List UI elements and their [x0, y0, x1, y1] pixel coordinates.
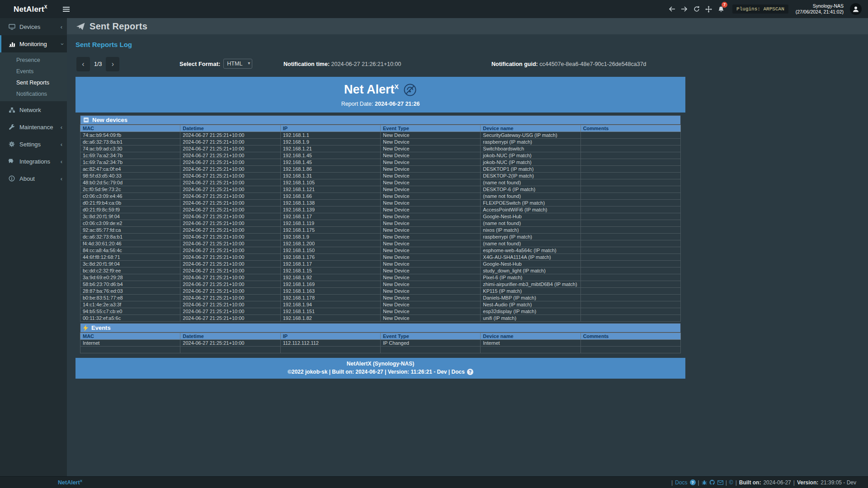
user-avatar[interactable] [850, 3, 862, 15]
sidebar-item-network[interactable]: Network [0, 101, 67, 118]
sidebar: Devices ‹ Monitoring ‹ Presence Events S… [0, 18, 67, 476]
plugins-badge[interactable]: Plugins: ARPSCAN [732, 5, 788, 14]
chevron-left-icon: ‹ [61, 141, 62, 147]
cell: 2024-06-27 21:25:21+10:00 [180, 227, 280, 234]
mac-cell[interactable]: dc:a6:32:73:8a:b1 [80, 234, 180, 240]
footer-docs-link[interactable]: Docs [675, 479, 687, 486]
table-header-row: MAC Datetime IP Event Type Device name C… [80, 333, 681, 340]
help-icon[interactable]: ? [690, 479, 696, 485]
mac-cell[interactable]: 48:b0:2d:5c:79:0d [80, 179, 180, 186]
table-row: Internet2024-06-27 21:25:21+10:00112.112… [80, 340, 681, 347]
mac-cell[interactable]: ac:82:47:ca:0f:e4 [80, 166, 180, 173]
mac-cell[interactable]: d0:21:f9:b4:ca:0b [80, 200, 180, 206]
separator: | [793, 479, 795, 486]
cell: Internet [481, 340, 580, 347]
mac-cell[interactable]: f4:4d:30:61:20:46 [80, 240, 180, 247]
mac-cell[interactable]: b0:be:83:51:77:e8 [80, 295, 180, 301]
refresh-icon[interactable] [690, 0, 703, 18]
sidebar-subitem-events[interactable]: Events [0, 66, 67, 77]
sidebar-item-settings[interactable]: Settings ‹ [0, 136, 67, 153]
cell: 2024-06-27 21:25:21+10:00 [180, 159, 280, 166]
cell [580, 315, 680, 322]
col-ip: IP [280, 333, 380, 340]
cell: 2024-06-27 21:25:21+10:00 [180, 274, 280, 281]
page-title: Sent Reports [90, 21, 147, 32]
mac-cell[interactable]: 3a:9d:69:e0:29:28 [80, 274, 180, 281]
report-footer-credits: ©2022 jokob-sk | Built on: 2024-06-27 | … [288, 369, 465, 375]
sent-reports-log-link[interactable]: Sent Reports Log [75, 41, 132, 48]
cell: 2024-06-27 21:25:21+10:00 [180, 152, 280, 159]
cell: (name not found) [481, 179, 580, 186]
version-label: Version: [797, 479, 818, 486]
notification-time: Notification time: 2024-06-27 21:26:21+1… [283, 61, 401, 67]
cell: 192.168.1.176 [280, 254, 380, 261]
mac-cell[interactable]: 94:b5:55:c7:cb:e0 [80, 308, 180, 315]
github-icon[interactable] [709, 479, 715, 485]
cell [580, 206, 680, 213]
mac-cell[interactable]: 58:b6:23:70:d6:b4 [80, 281, 180, 288]
table-row: 1c:69:7a:a2:34:7b2024-06-27 21:25:21+10:… [80, 159, 681, 166]
mac-cell[interactable]: 3c:8d:20:f1:9f:04 [80, 213, 180, 220]
mac-cell[interactable]: c0:06:c3:09:e4:46 [80, 193, 180, 200]
mac-cell[interactable]: dc:a6:32:73:8a:b1 [80, 139, 180, 145]
back-arrow-icon[interactable] [666, 0, 678, 18]
mac-cell[interactable]: 74:ac:b9:ad:c3:30 [80, 145, 180, 152]
page-header: Sent Reports [67, 18, 868, 34]
sidebar-toggle-button[interactable] [57, 0, 75, 18]
bug-icon[interactable] [702, 480, 707, 485]
forward-arrow-icon[interactable] [678, 0, 690, 18]
sidebar-subitem-notifications[interactable]: Notifications [0, 88, 67, 99]
mail-icon[interactable] [717, 480, 723, 485]
mac-cell[interactable]: d0:21:f9:8c:59:f9 [80, 206, 180, 213]
mac-cell[interactable]: 28:87:ba:76:ed:03 [80, 288, 180, 295]
mac-cell[interactable]: 00:11:32:ef:a5:6c [80, 315, 180, 322]
report-body: New devices MAC Datetime IP Event Type D… [75, 113, 685, 353]
cell: 192.168.1.169 [280, 281, 380, 288]
mac-cell[interactable]: 92:ac:85:77:fd:ca [80, 227, 180, 234]
col-mac: MAC [80, 333, 180, 340]
events-section-header: Events [80, 323, 681, 333]
mac-cell[interactable]: 2c:f0:5d:9e:73:2c [80, 186, 180, 193]
sidebar-item-about[interactable]: About ‹ [0, 170, 67, 187]
sidebar-item-devices[interactable]: Devices ‹ [0, 18, 67, 35]
mac-cell[interactable]: 74:ac:b9:54:09:fb [80, 132, 180, 139]
table-row: b0:be:83:51:77:e82024-06-27 21:25:21+10:… [80, 295, 681, 301]
app-logo[interactable]: NetAlertX [0, 5, 57, 14]
notifications-bell-icon[interactable]: 7 [715, 0, 727, 18]
host-time: (27/06/2024, 21:41:02) [796, 9, 844, 15]
mac-cell[interactable]: 14:c1:4e:2e:a3:3f [80, 301, 180, 308]
format-select[interactable]: HTML [223, 59, 252, 69]
mac-cell[interactable]: 1c:69:7a:a2:34:7b [80, 159, 180, 166]
next-page-button[interactable]: › [106, 57, 119, 71]
cell [580, 240, 680, 247]
mac-cell[interactable]: bc:dd:c2:32:f9:ee [80, 267, 180, 274]
prev-page-button[interactable]: ‹ [76, 57, 90, 71]
report-header: Net AlertX Report Date: 2024-06-27 21:26 [75, 77, 685, 113]
cell: (name not found) [481, 220, 580, 227]
sidebar-subitem-presence[interactable]: Presence [0, 54, 67, 66]
copyright-icon[interactable]: © [729, 479, 733, 486]
footer-brand[interactable]: NetAlertX [58, 479, 82, 486]
move-icon[interactable] [703, 0, 715, 18]
sidebar-item-monitoring[interactable]: Monitoring ‹ [0, 35, 67, 52]
sidebar-subitem-sent-reports[interactable]: Sent Reports [0, 77, 67, 88]
mac-cell[interactable]: 3c:8d:20:f1:9f:04 [80, 261, 180, 267]
mac-cell[interactable]: c0:06:c3:09:de:e2 [80, 220, 180, 227]
cell: esphome-web-4a564c (IP match) [481, 247, 580, 254]
docs-help-icon[interactable]: ? [467, 369, 473, 375]
mac-cell[interactable]: 98:5f:d3:d5:40:33 [80, 173, 180, 179]
cell: New Device [380, 200, 480, 206]
cell [580, 186, 680, 193]
mac-cell[interactable]: 44:6f:f8:12:68:71 [80, 254, 180, 261]
sidebar-item-label: Settings [19, 141, 41, 148]
mac-cell[interactable]: 1c:69:7a:a2:34:7b [80, 152, 180, 159]
cell: 192.168.1.105 [280, 179, 380, 186]
mac-cell[interactable]: 84:cc:a8:4a:56:4c [80, 247, 180, 254]
section-title: New devices [92, 117, 127, 123]
sidebar-item-integrations[interactable]: Integrations ‹ [0, 153, 67, 170]
cell [580, 274, 680, 281]
table-row: 58:b6:23:70:d6:b42024-06-27 21:25:21+10:… [80, 281, 681, 288]
cell [580, 145, 680, 152]
sidebar-item-maintenance[interactable]: Maintenance ‹ [0, 118, 67, 136]
cell: raspberrypi (IP match) [481, 139, 580, 145]
